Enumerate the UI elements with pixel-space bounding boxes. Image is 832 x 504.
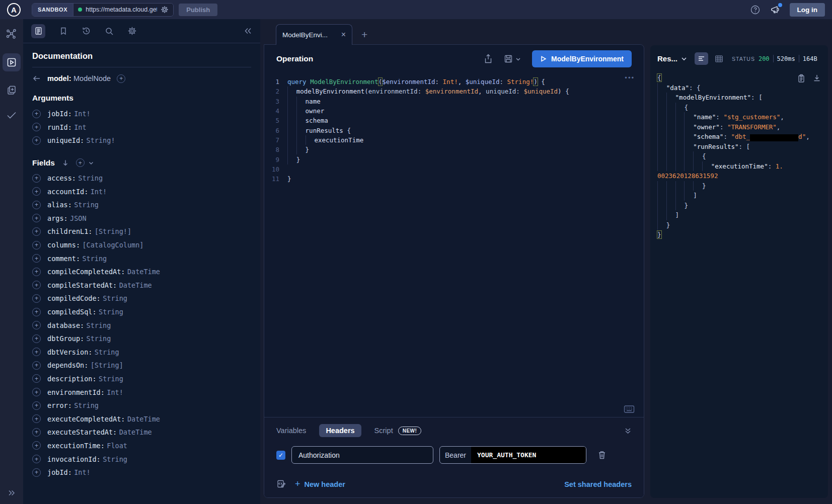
field-row[interactable]: + columns: [CatalogColumn] — [32, 238, 251, 252]
download-response-icon[interactable] — [813, 74, 821, 83]
editor-more-options-icon[interactable]: ••• — [625, 74, 635, 81]
field-row[interactable]: + compileStartedAt: DateTime — [32, 279, 251, 292]
field-type[interactable]: String — [99, 308, 123, 316]
header-value-token[interactable]: YOUR_AUTH_TOKEN — [471, 447, 586, 463]
argument-type[interactable]: Int — [74, 123, 86, 131]
field-type[interactable]: String — [95, 348, 119, 356]
add-argument-icon[interactable]: + — [32, 136, 41, 145]
announcements-megaphone-icon[interactable] — [770, 5, 781, 15]
add-field-icon[interactable]: + — [32, 441, 41, 450]
checks-icon[interactable] — [6, 109, 18, 121]
argument-type[interactable]: String! — [87, 136, 115, 144]
delete-header-icon[interactable] — [597, 450, 607, 460]
argument-row[interactable]: + runId: Int — [32, 121, 251, 134]
bookmarks-icon[interactable] — [59, 27, 68, 36]
code-line[interactable]: 11 } — [264, 174, 644, 184]
endpoint-url-input[interactable]: https://metadata.cloud.getd — [73, 4, 173, 16]
history-icon[interactable] — [82, 26, 91, 36]
field-type[interactable]: String — [99, 375, 123, 383]
expand-rail-icon[interactable] — [8, 489, 16, 497]
header-value-input[interactable]: Bearer YOUR_AUTH_TOKEN — [439, 446, 586, 464]
field-row[interactable]: + jobId: Int! — [32, 466, 251, 479]
save-operation-icon[interactable] — [504, 54, 513, 63]
field-row[interactable]: + compiledCode: String — [32, 292, 251, 305]
code-line[interactable]: 7 executionTime — [264, 135, 644, 145]
field-row[interactable]: + description: String — [32, 372, 251, 386]
keyboard-shortcuts-icon[interactable] — [624, 405, 635, 413]
field-type[interactable]: JSON — [70, 214, 87, 222]
field-type[interactable]: DateTime — [127, 268, 160, 276]
header-key-input[interactable]: Authorization — [291, 446, 433, 464]
field-type[interactable]: Int! — [91, 188, 107, 196]
run-operation-button[interactable]: ModelByEnvironment — [532, 50, 632, 67]
field-row[interactable]: + invocationId: String — [32, 452, 251, 466]
field-type[interactable]: Int! — [107, 388, 123, 396]
field-type[interactable]: String — [74, 401, 99, 409]
code-line[interactable]: 2 modelByEnvironment(environmentId: $env… — [264, 87, 644, 96]
endpoint-settings-gear-icon[interactable] — [161, 6, 169, 14]
add-field-icon[interactable]: + — [32, 268, 41, 276]
tab-variables[interactable]: Variables — [276, 427, 306, 435]
add-field-icon[interactable]: + — [32, 388, 41, 396]
field-row[interactable]: + comment: String — [32, 251, 251, 265]
add-field-icon[interactable]: + — [32, 187, 41, 196]
add-field-icon[interactable]: + — [32, 308, 41, 316]
field-type[interactable]: [CatalogColumn] — [82, 241, 143, 249]
schema-graph-icon[interactable] — [6, 28, 18, 40]
add-argument-icon[interactable]: + — [32, 123, 41, 131]
code-line[interactable]: 4 owner — [264, 106, 644, 116]
environment-variables-icon[interactable] — [276, 479, 286, 489]
field-type[interactable]: String — [74, 201, 99, 209]
add-field-icon[interactable]: + — [32, 201, 41, 209]
endpoint-control[interactable]: SANDBOX https://metadata.cloud.getd — [32, 3, 174, 17]
field-row[interactable]: + executeStartedAt: DateTime — [32, 426, 251, 439]
save-options-chevron-icon[interactable] — [515, 56, 521, 62]
add-field-icon[interactable]: + — [32, 374, 41, 383]
publish-button[interactable]: Publish — [179, 4, 217, 16]
share-operation-icon[interactable] — [484, 54, 493, 64]
code-line[interactable]: 1 query ModelByEnvironment($environmentI… — [264, 77, 644, 87]
argument-type[interactable]: Int! — [74, 110, 91, 118]
query-editor[interactable]: ••• 1 query ModelByEnvironment($environm… — [264, 73, 644, 184]
add-field-icon[interactable]: + — [32, 174, 41, 183]
login-button[interactable]: Log in — [790, 3, 825, 17]
add-field-icon[interactable]: + — [32, 414, 41, 423]
field-type[interactable]: Int! — [74, 468, 91, 476]
field-type[interactable]: String — [87, 334, 111, 343]
field-row[interactable]: + compiledSql: String — [32, 305, 251, 319]
code-line[interactable]: 9 } — [264, 154, 644, 164]
add-field-icon[interactable]: + — [32, 227, 41, 236]
new-header-button[interactable]: + New header — [295, 479, 345, 489]
response-body[interactable]: { "data": { "modelByEnvironment": [ { — [650, 70, 828, 240]
code-line[interactable]: 3 name — [264, 97, 644, 106]
field-row[interactable]: + dbtVersion: String — [32, 346, 251, 359]
tab-label[interactable]: ModelByEnvi... — [282, 31, 336, 39]
collapse-drawer-icon[interactable] — [624, 427, 632, 435]
argument-row[interactable]: + uniqueId: String! — [32, 134, 251, 147]
tab-headers[interactable]: Headers — [319, 424, 361, 437]
code-line[interactable]: 5 schema — [264, 116, 644, 125]
field-type[interactable]: String — [103, 455, 127, 463]
add-field-icon[interactable]: + — [32, 455, 41, 463]
field-row[interactable]: + executionTime: Float — [32, 439, 251, 453]
add-type-icon[interactable]: + — [117, 74, 125, 83]
tab-script[interactable]: Script — [374, 427, 393, 435]
field-row[interactable]: + environmentId: Int! — [32, 385, 251, 399]
field-row[interactable]: + alias: String — [32, 198, 251, 212]
operation-collections-icon[interactable] — [6, 85, 18, 96]
add-field-icon[interactable]: + — [32, 241, 41, 249]
save-operation-group[interactable] — [504, 54, 521, 63]
breadcrumb-type[interactable]: ModelNode — [73, 74, 111, 82]
close-tab-icon[interactable]: × — [341, 31, 346, 39]
field-type[interactable]: String — [78, 174, 103, 182]
add-argument-icon[interactable]: + — [32, 110, 41, 118]
back-arrow-icon[interactable] — [32, 74, 41, 83]
help-icon[interactable] — [750, 5, 760, 15]
copy-response-icon[interactable] — [797, 74, 805, 83]
response-dropdown-chevron-icon[interactable] — [681, 56, 687, 62]
field-type[interactable]: Float — [107, 442, 127, 450]
add-field-icon[interactable]: + — [32, 348, 41, 356]
add-field-icon[interactable]: + — [32, 334, 41, 343]
add-all-fields-icon[interactable]: + — [76, 158, 85, 167]
field-type[interactable]: String — [103, 294, 127, 302]
